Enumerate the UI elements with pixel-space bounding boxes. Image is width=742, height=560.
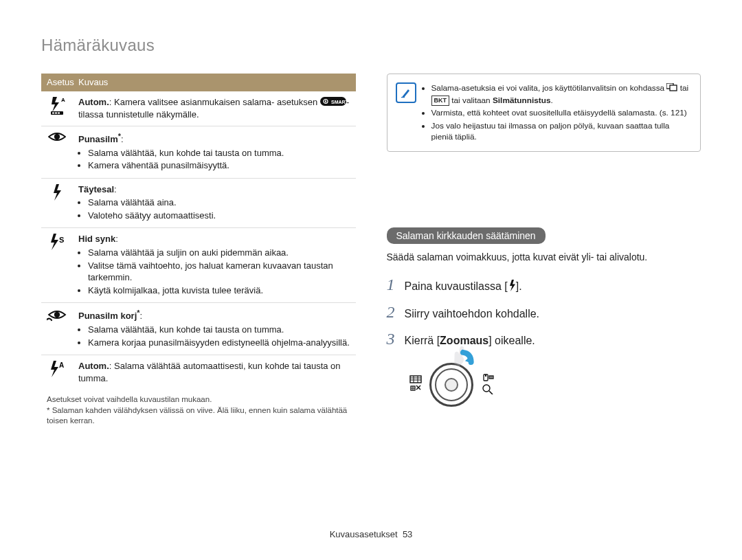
flash-icon [508,280,516,295]
svg-rect-26 [485,374,486,377]
svg-text:A: A [59,361,64,369]
table-row: A Autom.: Kamera valitsee asianmukaisen … [41,91,356,126]
page-title: Hämäräkuvaus [41,34,701,56]
info-note-icon [396,82,416,103]
redeye-icon [41,126,73,178]
bkt-badge: BKT [431,96,450,106]
fill-flash-icon [41,178,73,228]
opt-redeyefix-label: Punasilm korj* [78,311,139,321]
svg-text:A: A [61,97,65,103]
note-box: Salama-asetuksia ei voi valita, jos käyt… [387,74,701,151]
step-2: 2 Siirry vaihtoehdon kohdalle. [387,301,701,323]
svg-text:S: S [59,236,64,244]
right-keypad-icon [480,374,494,396]
zoom-wheel-figure [409,363,701,407]
two-columns: Asetus Kuvaus A Autom.: Kamera valitsee … [41,74,701,426]
svg-rect-15 [410,376,421,383]
left-keypad-icon [409,374,423,395]
svg-rect-2 [52,112,54,113]
table-row: S Hid synk: Salama välähtää ja suljin on… [41,228,356,303]
th-option: Asetus [41,74,73,91]
table-row: Punasilm*: Salama välähtää, kun kohde ta… [41,126,356,178]
footnotes: Asetukset voivat vaihdella kuvaustilan m… [41,394,356,427]
flash-options-table: Asetus Kuvaus A Autom.: Kamera valitsee … [41,74,356,389]
flash-auto-smart-icon: A [41,91,73,126]
subsection-heading: Salaman kirkkauden säätäminen [387,227,546,245]
svg-rect-4 [58,112,60,113]
opt-auto-label: Autom. [78,97,109,107]
svg-point-30 [483,385,490,392]
opt-slow-label: Hid synk [78,234,115,244]
step-1: 1 Paina kuvaustilassa []. [387,273,701,295]
opt-redeye-label: Punasilm* [78,134,121,144]
left-column: Asetus Kuvaus A Autom.: Kamera valitsee … [41,74,356,426]
step-3: 3 Kierrä [Zoomaus] oikealle. [387,328,701,350]
svg-rect-12 [401,97,405,98]
svg-point-8 [54,134,60,139]
slow-sync-icon: S [41,228,73,303]
svg-rect-27 [489,376,493,379]
svg-point-10 [54,312,60,317]
page-footer: Kuvausasetukset 53 [0,528,742,541]
svg-text:SMART: SMART [331,99,346,104]
subsection-intro: Säädä salaman voimakkuus, jotta kuvat ei… [387,251,701,264]
svg-line-31 [489,391,493,394]
th-desc: Kuvaus [73,74,356,91]
svg-rect-14 [670,85,677,91]
opt-auto2-label: Autom. [78,361,109,371]
right-column: Salama-asetuksia ei voi valita, jos käyt… [387,74,701,426]
flash-auto-icon: A [41,355,73,390]
zoom-wheel-icon [429,363,473,407]
dual-frame-icon [666,83,677,95]
table-row: Punasilm korj*: Salama välähtää, kun koh… [41,303,356,355]
redeye-fix-icon [41,303,73,355]
table-row: A Autom.: Salama välähtää automaattisest… [41,355,356,390]
table-row: Täytesal: Salama välähtää aina. Valoteho… [41,178,356,228]
opt-fill-label: Täytesal [78,184,114,194]
svg-rect-3 [55,112,57,113]
smart-mode-icon: SMART [320,97,346,109]
